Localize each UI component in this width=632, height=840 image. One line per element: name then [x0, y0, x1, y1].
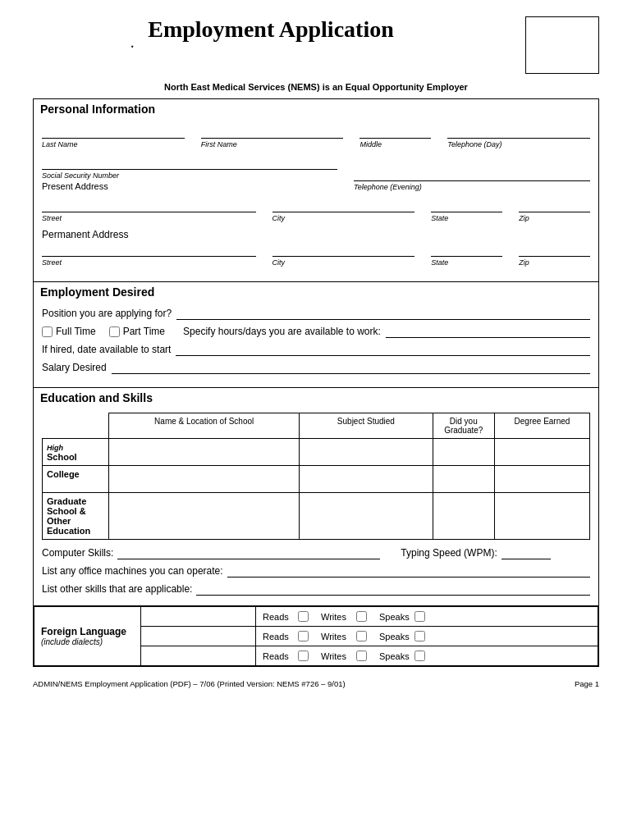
- reads-label-1: Reads: [263, 612, 294, 622]
- salary-desired-label: Salary Desired: [42, 362, 107, 373]
- reads-checkbox-2[interactable]: [298, 631, 309, 641]
- computer-skills-label: Computer Skills:: [42, 547, 113, 559]
- lang-name-3[interactable]: [141, 646, 256, 666]
- college-school-input[interactable]: [109, 466, 300, 493]
- col-degree-earned: Degree Earned: [494, 413, 589, 439]
- present-street-input[interactable]: [42, 198, 256, 212]
- present-street-label: Street: [42, 214, 256, 222]
- foreign-language-sublabel: (include dialects): [41, 637, 134, 646]
- telephone-day-input[interactable]: [447, 124, 590, 139]
- position-label: Position you are applying for?: [42, 308, 172, 319]
- college-graduate-input[interactable]: [433, 466, 494, 493]
- part-time-label: Part Time: [123, 326, 165, 337]
- hs-school-input[interactable]: [109, 439, 300, 466]
- foreign-language-label: Foreign Language: [41, 626, 134, 637]
- grad-graduate-input[interactable]: [433, 493, 494, 540]
- grad-label: GraduateSchool &OtherEducation: [43, 493, 109, 540]
- lang-name-1[interactable]: [141, 607, 256, 627]
- education-header: Education and Skills: [34, 388, 598, 408]
- if-hired-label: If hired, date available to start: [42, 344, 171, 355]
- lang-skills-3: Reads Writes Speaks: [256, 646, 598, 666]
- reads-label-3: Reads: [263, 651, 294, 661]
- grad-degree-input[interactable]: [494, 493, 589, 540]
- writes-label-1: Writes: [321, 612, 352, 622]
- last-name-label: Last Name: [42, 140, 185, 148]
- present-zip-input[interactable]: [519, 198, 590, 212]
- ssn-input[interactable]: [42, 155, 337, 170]
- col-name-location: Name & Location of School: [109, 413, 300, 439]
- hs-subject-input[interactable]: [300, 439, 433, 466]
- last-name-input[interactable]: [42, 124, 185, 139]
- speaks-label-3: Speaks: [379, 651, 410, 661]
- writes-checkbox-2[interactable]: [356, 631, 367, 641]
- salary-input[interactable]: [112, 361, 590, 374]
- hours-input[interactable]: [386, 325, 590, 338]
- perm-city-label: City: [272, 258, 415, 267]
- employment-header: Employment Desired: [34, 282, 598, 302]
- footer-right: Page 1: [575, 679, 599, 688]
- speaks-checkbox-2[interactable]: [414, 631, 425, 641]
- hs-graduate-input[interactable]: [433, 439, 494, 466]
- part-time-checkbox[interactable]: [109, 326, 120, 337]
- writes-label-3: Writes: [321, 651, 352, 661]
- present-state-label: State: [431, 214, 502, 222]
- other-skills-label: List other skills that are applicable:: [42, 583, 192, 595]
- perm-state-label: State: [431, 258, 502, 267]
- computer-skills-input[interactable]: [117, 546, 380, 559]
- present-city-input[interactable]: [272, 198, 415, 212]
- grad-school-input[interactable]: [109, 493, 300, 540]
- other-skills-input[interactable]: [196, 582, 590, 596]
- typing-speed-input[interactable]: [501, 546, 551, 559]
- highschool-label: HighSchool: [43, 439, 109, 466]
- first-name-input[interactable]: [201, 124, 344, 139]
- middle-label: Middle: [360, 140, 431, 148]
- start-date-input[interactable]: [176, 343, 590, 356]
- col-subject: Subject Studied: [300, 413, 433, 439]
- college-subject-input[interactable]: [300, 466, 433, 493]
- subtitle-icon: ▪: [131, 43, 509, 50]
- present-zip-label: Zip: [519, 214, 590, 222]
- writes-checkbox-3[interactable]: [356, 651, 367, 661]
- reads-checkbox-1[interactable]: [298, 611, 309, 622]
- present-city-label: City: [272, 214, 415, 222]
- telephone-day-label: Telephone (Day): [447, 140, 590, 148]
- lang-skills-1: Reads Writes Speaks: [256, 607, 598, 627]
- present-address-label: Present Address: [42, 181, 337, 191]
- speaks-label-2: Speaks: [379, 632, 410, 641]
- telephone-evening-input[interactable]: [354, 167, 590, 181]
- lang-skills-2: Reads Writes Speaks: [256, 627, 598, 646]
- speaks-label-1: Speaks: [379, 612, 410, 622]
- ssn-label: Social Security Number: [42, 171, 337, 180]
- college-degree-input[interactable]: [494, 466, 589, 493]
- table-row: College: [43, 466, 590, 493]
- present-state-input[interactable]: [431, 198, 502, 212]
- writes-label-2: Writes: [321, 632, 352, 641]
- perm-street-label: Street: [42, 258, 256, 267]
- middle-input[interactable]: [360, 124, 431, 139]
- perm-state-input[interactable]: [431, 242, 502, 257]
- perm-city-input[interactable]: [272, 242, 415, 257]
- full-time-checkbox[interactable]: [42, 326, 53, 337]
- typing-speed-label: Typing Speed (WPM):: [401, 547, 497, 559]
- permanent-address-label: Permanent Address: [42, 229, 128, 240]
- page-title: Employment Application: [33, 16, 509, 43]
- hs-degree-input[interactable]: [494, 439, 589, 466]
- office-machines-label: List any office machines you can operate…: [42, 565, 223, 577]
- writes-checkbox-1[interactable]: [356, 611, 367, 622]
- reads-checkbox-3[interactable]: [298, 651, 309, 661]
- col-did-you-graduate: Did youGraduate?: [433, 413, 494, 439]
- reads-label-2: Reads: [263, 632, 294, 641]
- perm-zip-input[interactable]: [519, 242, 590, 257]
- grad-subject-input[interactable]: [300, 493, 433, 540]
- speaks-checkbox-3[interactable]: [414, 651, 425, 661]
- footer-left: ADMIN/NEMS Employment Application (PDF) …: [33, 679, 346, 688]
- perm-street-input[interactable]: [42, 242, 256, 257]
- table-row: GraduateSchool &OtherEducation: [43, 493, 590, 540]
- table-row: HighSchool: [43, 439, 590, 466]
- position-input[interactable]: [176, 307, 590, 320]
- first-name-label: First Name: [201, 140, 344, 148]
- office-machines-input[interactable]: [227, 564, 590, 578]
- lang-name-2[interactable]: [141, 627, 256, 646]
- speaks-checkbox-1[interactable]: [414, 611, 425, 622]
- perm-zip-label: Zip: [519, 258, 590, 267]
